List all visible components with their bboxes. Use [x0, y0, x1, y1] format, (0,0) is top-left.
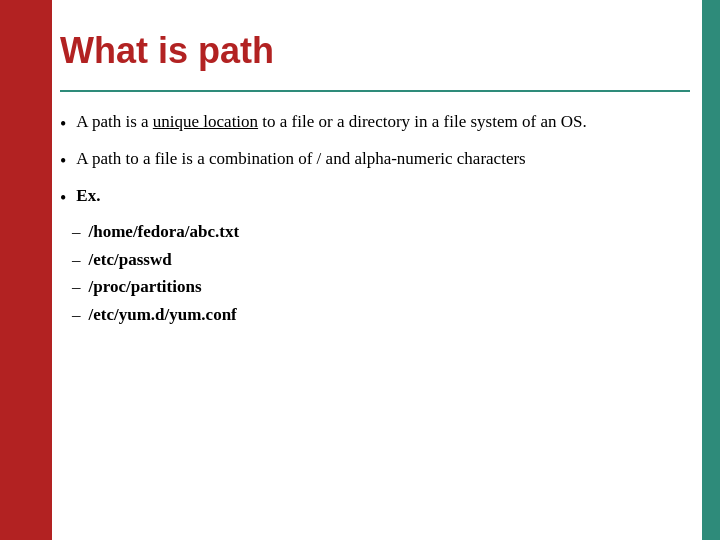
sub-item-text: /etc/yum.d/yum.conf — [89, 302, 237, 328]
sub-item-text: /etc/passwd — [89, 247, 172, 273]
bullet-text: Ex. — [76, 184, 100, 209]
list-item: • A path is a unique location to a file … — [60, 110, 690, 137]
bullet-text: A path to a file is a combination of / a… — [76, 147, 690, 172]
bullet-dot: • — [60, 111, 66, 137]
bullet-dot: • — [60, 185, 66, 211]
list-item: • Ex. – /home/fedora/abc.txt – /etc/pass… — [60, 184, 690, 329]
list-item: – /proc/partitions — [72, 274, 239, 300]
sub-item-text: /proc/partitions — [89, 274, 202, 300]
slide-title: What is path — [60, 30, 690, 72]
list-item: – /etc/yum.d/yum.conf — [72, 302, 239, 328]
title-divider — [60, 90, 690, 92]
bullet-list: • A path is a unique location to a file … — [60, 110, 690, 339]
sub-dash: – — [72, 247, 81, 273]
list-item: • A path to a file is a combination of /… — [60, 147, 690, 174]
underline-text: unique location — [153, 112, 258, 131]
right-accent-bar — [702, 0, 720, 540]
list-item: – /etc/passwd — [72, 247, 239, 273]
bullet-dot: • — [60, 148, 66, 174]
sub-dash: – — [72, 219, 81, 245]
slide: What is path • A path is a unique locati… — [0, 0, 720, 540]
list-item: – /home/fedora/abc.txt — [72, 219, 239, 245]
sub-dash: – — [72, 274, 81, 300]
left-accent-bar — [0, 0, 52, 540]
sub-list: – /home/fedora/abc.txt – /etc/passwd – /… — [72, 219, 239, 329]
bullet-text: A path is a unique location to a file or… — [76, 110, 690, 135]
sub-dash: – — [72, 302, 81, 328]
sub-item-text: /home/fedora/abc.txt — [89, 219, 240, 245]
content-area: What is path • A path is a unique locati… — [60, 20, 690, 520]
